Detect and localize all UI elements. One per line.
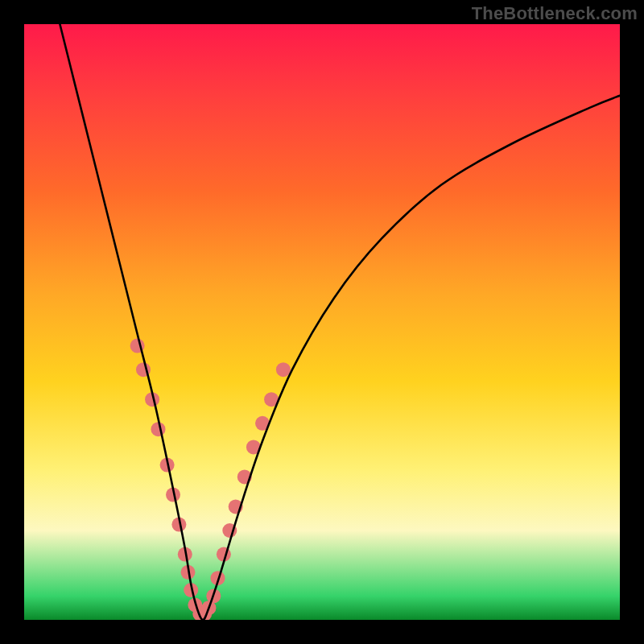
bottleneck-curve [60,24,620,620]
watermark-text: TheBottleneck.com [472,3,638,24]
chart-container: TheBottleneck.com [0,0,644,644]
highlight-dot [151,422,166,436]
chart-svg [24,24,620,620]
plot-area [24,24,620,620]
highlight-dot [276,362,291,377]
highlight-dots-group [130,339,291,620]
